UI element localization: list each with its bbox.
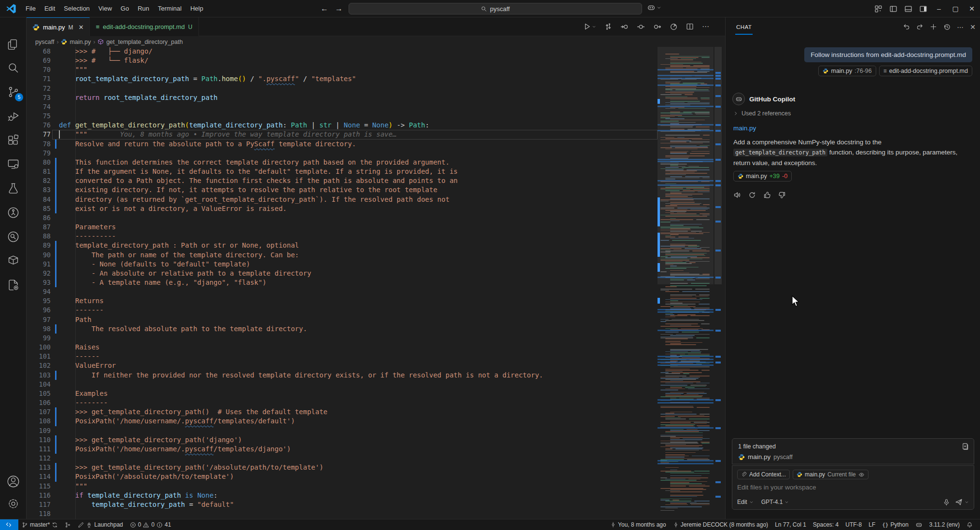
changed-file-row[interactable]: main.py pyscaff [738,453,969,460]
line-number[interactable]: 116 [27,491,51,500]
code-line[interactable]: 95 Returns [27,296,658,306]
code-line[interactable]: 94 [27,287,658,296]
toggle-sidebar-icon[interactable] [889,5,897,13]
code-line[interactable]: 98 The resolved absolute path to the tem… [27,324,658,334]
code-line[interactable]: 90 The path or name of the template dire… [27,251,658,260]
line-number[interactable]: 90 [27,251,51,260]
line-number[interactable]: 112 [27,454,51,463]
code-line[interactable]: 101 ------ [27,352,658,361]
menu-go[interactable]: Go [116,3,133,14]
line-number[interactable]: 107 [27,407,51,417]
code-line[interactable]: 105 Examples [27,389,658,398]
line-number[interactable]: 108 [27,417,51,426]
container-icon[interactable] [7,254,20,267]
menu-file[interactable]: File [21,3,40,14]
line-number[interactable]: 85 [27,204,51,213]
tab-close-icon[interactable]: ✕ [79,24,84,31]
line-number[interactable]: 87 [27,223,51,232]
line-number[interactable]: 84 [27,195,51,204]
retry-icon[interactable] [748,191,756,199]
line-number[interactable]: 101 [27,352,51,361]
line-number[interactable]: 96 [27,306,51,315]
menu-view[interactable]: View [94,3,116,14]
chat-input-box[interactable]: Add Context... main.py Current file Edit… [732,465,974,510]
menu-edit[interactable]: Edit [40,3,59,14]
code-line[interactable]: 79 [27,149,658,158]
used-references-toggle[interactable]: Used 2 references [733,110,791,117]
customize-layout-icon[interactable] [874,5,882,13]
diff-stat-chip[interactable]: main.py +39 -0 [733,171,792,181]
nav-forward-edit-icon[interactable] [653,23,661,31]
run-query-icon[interactable] [670,23,678,31]
line-number[interactable]: 82 [27,176,51,185]
launchpad-status[interactable]: Launchpad [74,521,126,528]
code-line[interactable]: 73 return root_template_directory_path [27,93,658,102]
copilot-titlebar-button[interactable] [647,3,661,12]
chat-tab[interactable]: CHAT [735,19,753,35]
changed-file-link[interactable]: main.py [733,125,756,132]
remote-explorer-icon[interactable] [7,158,20,171]
breadcrumb-root[interactable]: pyscaff [35,39,54,45]
code-line[interactable]: 75 [27,112,658,121]
code-line[interactable]: 71 root_template_directory_path = Path.h… [27,74,658,84]
line-number[interactable]: 69 [27,56,51,65]
current-file-chip[interactable]: main.py Current file [793,470,868,479]
indentation-status[interactable]: Spaces: 4 [810,521,842,528]
nav-forward-icon[interactable]: → [335,4,343,13]
split-editor-icon[interactable] [686,23,694,30]
compare-changes-icon[interactable] [604,23,612,30]
account-icon[interactable] [7,475,20,488]
line-number[interactable]: 71 [27,74,51,84]
search-view-icon[interactable] [7,61,20,74]
code-line[interactable]: 107 >>> get_template_directory_path() # … [27,407,658,417]
code-line[interactable]: 91 - None (defaults to "default" templat… [27,260,658,269]
explorer-icon[interactable] [7,38,20,51]
line-number[interactable]: 88 [27,232,51,241]
code-line[interactable]: 97 Path [27,315,658,324]
scrollbar-thumb[interactable] [714,47,722,284]
line-number[interactable]: 80 [27,158,51,167]
code-line[interactable]: 108 PosixPath('/home/username/.pyscaff/t… [27,417,658,426]
code-line[interactable]: 81 If the argument is None, it defaults … [27,167,658,176]
code-line[interactable]: 109 [27,426,658,435]
git-graph-status[interactable] [61,522,74,528]
code-line[interactable]: 106 -------- [27,398,658,407]
edit-location-icon[interactable] [637,23,645,31]
line-number[interactable]: 115 [27,482,51,491]
code-line[interactable]: 99 [27,334,658,343]
code-line[interactable]: 84 directory (as returned by `get_root_t… [27,195,658,204]
view-changes-icon[interactable] [962,443,969,450]
git-search-icon[interactable] [7,230,20,243]
line-number[interactable]: 111 [27,445,51,454]
line-number[interactable]: 103 [27,371,51,380]
line-number[interactable]: 75 [27,112,51,121]
line-number[interactable]: 114 [27,472,51,481]
line-number[interactable]: 117 [27,500,51,509]
breadcrumb-file[interactable]: main.py [70,39,91,45]
testing-icon[interactable] [7,182,20,195]
tab-main-py[interactable]: main.py M ✕ [27,17,90,37]
thumbs-down-icon[interactable] [778,191,786,199]
line-number[interactable]: 113 [27,463,51,472]
line-number[interactable]: 86 [27,213,51,223]
git-branch-status[interactable]: master* [18,521,61,528]
nav-back-icon[interactable]: ← [321,4,328,13]
line-number[interactable]: 73 [27,93,51,102]
editor-scrollbar[interactable] [714,47,724,519]
code-line[interactable]: 87 Parameters [27,223,658,232]
code-editor[interactable]: 68 >>> # ├── django/69 >>> # └── flask/7… [27,47,725,519]
line-number[interactable]: 98 [27,324,51,334]
line-number[interactable]: 104 [27,380,51,389]
more-actions-icon[interactable]: ⋯ [702,22,710,31]
code-line[interactable]: 113 >>> get_template_directory_path('/ab… [27,463,658,472]
code-line[interactable]: 100 Raises [27,343,658,352]
chat-close-icon[interactable]: ✕ [970,23,976,31]
line-number[interactable]: 118 [27,509,51,518]
code-line[interactable]: 93 - A template name (e.g., "django", "f… [27,278,658,287]
menu-help[interactable]: Help [186,3,208,14]
code-line[interactable]: 116 if template_directory_path is None: [27,491,658,500]
settings-gear-icon[interactable] [7,497,20,510]
undo-icon[interactable] [903,23,910,30]
menu-selection[interactable]: Selection [59,3,94,14]
code-line[interactable]: 110 >>> get_template_directory_path('dja… [27,435,658,445]
